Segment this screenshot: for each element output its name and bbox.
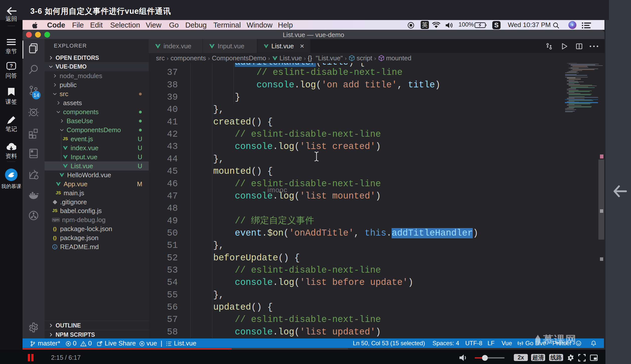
svg-text:?: ? (10, 63, 13, 69)
